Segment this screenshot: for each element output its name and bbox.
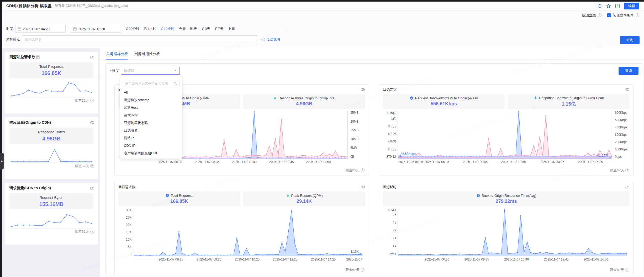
chart-requests: 30K25K20K15K10K5K01.15K2025-11-07 06:252… (118, 208, 365, 256)
edit-button[interactable]: 编辑 (624, 3, 639, 9)
chevron-right-icon: ▶ (1, 160, 3, 162)
svg-text:1.15K: 1.15K (351, 250, 359, 253)
y-axis-left: 30K25K20K15K10K5K0 (118, 208, 134, 256)
range-近1小时[interactable]: 近1小时 (144, 26, 156, 31)
dashboard-area: 回源站总请求数Total Requests166.85K限查62天?响应流量(O… (2, 48, 644, 277)
y-tick: 5s (393, 213, 396, 216)
dropdown-search-input[interactable] (125, 82, 174, 85)
mini-chart (9, 146, 93, 163)
query-button[interactable]: 查询 (620, 36, 640, 44)
y-tick: 6千万 (388, 132, 396, 136)
tab-回源可用性分析[interactable]: 回源可用性分析 (134, 52, 160, 59)
top-edge-strip (0, 0, 644, 2)
x-tick: 2025-11-07 10:40 (232, 160, 257, 164)
card-title: 回源站总请求数 (9, 55, 35, 59)
link-rings-icon (361, 88, 365, 91)
range-近30分钟[interactable]: 近30分钟 (125, 26, 139, 31)
panel-bandwidth: 回源带宽Request Bandwidth(CDN to Origin )-Pe… (379, 84, 634, 176)
help-icon[interactable]: ? (625, 268, 629, 272)
y-axis-left: 5.54s5s4s3s2s1s2ms (383, 208, 398, 256)
metric-label: Request Bytes (39, 195, 63, 200)
help-icon[interactable]: ? (625, 169, 629, 172)
y-tick: 879.12 (386, 155, 396, 159)
help-icon[interactable]: ? (90, 99, 94, 102)
dimension-select[interactable]: 请选择 (121, 67, 180, 75)
range-近3天[interactable]: 近3天 (202, 26, 210, 31)
chevron-up-icon (174, 69, 177, 72)
start-date-value: 2025-11-07 04:28 (23, 27, 50, 31)
stat-label: Total Requests (171, 194, 193, 198)
add-filter-label: 添加筛选 (6, 37, 20, 42)
start-date-input[interactable]: 2025-11-07 04:28 (15, 25, 66, 33)
y-axis-right: 25MB20MB15MB10MB5MB0B (348, 111, 365, 159)
help-icon[interactable]: ? (361, 169, 365, 172)
y-tick: 1亿 (391, 117, 396, 121)
help-icon[interactable]: ? (90, 164, 94, 168)
range-近12小时[interactable]: 近12小时 (160, 26, 174, 31)
dropdown-option-客户端请求的原始URL[interactable]: 客户端请求的原始URL (120, 149, 182, 157)
dropdown-option-回源域名[interactable]: 回源域名 (120, 127, 182, 134)
dimension-dropdown: All回源协议scheme加速Host请求Host回源响应状态码回源域名源站IP… (120, 77, 182, 159)
x-tick: 2025-11-07 (346, 258, 362, 261)
help-icon[interactable]: ? (598, 13, 601, 17)
dropdown-option-All[interactable]: All (120, 89, 182, 96)
y-tick: 0 (130, 252, 131, 256)
range-近7天[interactable]: 近7天 (215, 26, 223, 31)
dropdown-search[interactable] (123, 80, 180, 87)
stat-value: 279.22ms (495, 199, 517, 204)
help-icon[interactable]: ? (636, 13, 639, 17)
dropdown-option-回源协议scheme[interactable]: 回源协议scheme (120, 96, 182, 104)
y-tick: 4千万 (388, 140, 396, 144)
stat-Response Bytes(Origin to CDN)-Total: Response Bytes(Origin to CDN)-Total4.96G… (243, 94, 365, 109)
x-tick: 2025-11-07 06:25 (159, 258, 183, 261)
remember-query-checkbox[interactable]: ✓ (607, 13, 611, 17)
limit-note: 限查62天? (610, 168, 629, 173)
y-tick: 8千万 (388, 124, 396, 129)
link-rings-icon (625, 185, 630, 189)
range-昨天[interactable]: 昨天 (190, 26, 197, 31)
limit-note: 限查62天? (346, 168, 365, 173)
calendar-icon (18, 27, 21, 31)
range-上周[interactable]: 上周 (228, 26, 235, 31)
y-tick: 1s (393, 245, 396, 248)
syntax-help-link[interactable]: 语法说明 (261, 37, 280, 42)
y-tick: 600Kbps (615, 111, 627, 115)
dropdown-option-请求Host[interactable]: 请求Host (120, 111, 182, 119)
end-date-input[interactable]: 2025-11-07 16:28 (71, 25, 121, 33)
dimension-label: 维度 (112, 68, 119, 73)
star-icon[interactable] (606, 4, 611, 8)
stat-label: Peak Request(QPM) (291, 194, 323, 198)
dimension-query-button[interactable]: 查询 (619, 67, 638, 75)
more-icon[interactable] (615, 4, 620, 8)
range-今天[interactable]: 今天 (179, 26, 186, 31)
tab-关键指标分析[interactable]: 关键指标分析 (106, 52, 128, 59)
x-tick: 2025-11-07 12:45 (269, 160, 294, 164)
y-tick: 400Kbps (615, 126, 627, 129)
sidebar-expand-handle[interactable]: ▶ (0, 153, 4, 170)
dropdown-option-CDN IP[interactable]: CDN IP (120, 142, 182, 149)
mini-chart (9, 80, 93, 98)
y-tick: 2s (393, 236, 396, 240)
page-header: CDN回源指标分析-模版盘 所有者:CDN线上运营_OMC(cdn_produc… (2, 2, 644, 10)
x-tick: 2025-11-07 10:40 (504, 258, 529, 261)
y-axis-right: 600Kbps500Kbps400Kbps300Kbps200Kbps100Kb… (612, 111, 630, 159)
filter-input[interactable] (22, 35, 258, 43)
cancel-query-link[interactable]: 取消查询 (582, 13, 596, 18)
sidebar-card-回源站总请求数: 回源站总请求数Total Requests166.85K限查62天? (5, 52, 98, 113)
info-icon (261, 37, 265, 41)
time-label: 时间 (6, 26, 13, 31)
help-icon[interactable]: ? (90, 230, 94, 233)
dropdown-option-源站IP[interactable]: 源站IP (120, 134, 182, 142)
search-icon (174, 82, 177, 85)
svg-text:28.53Kbps: 28.53Kbps (400, 152, 415, 156)
stat-value: 166.85K (170, 199, 188, 204)
dropdown-option-回源响应状态码[interactable]: 回源响应状态码 (120, 119, 182, 127)
help-icon[interactable]: ? (361, 268, 365, 272)
stat-label: Request Bandwidth(CDN to Origin )-Peak (415, 96, 478, 100)
time-filter-row: 时间 2025-11-07 04:28 ~ 2025-11-07 16:28 近… (2, 25, 644, 33)
dropdown-option-加速Host[interactable]: 加速Host (120, 104, 182, 111)
y-tick: 100Kbps (615, 148, 627, 151)
flame-icon (534, 96, 537, 100)
y-tick: 15K (126, 230, 131, 234)
refresh-icon[interactable] (597, 4, 602, 8)
